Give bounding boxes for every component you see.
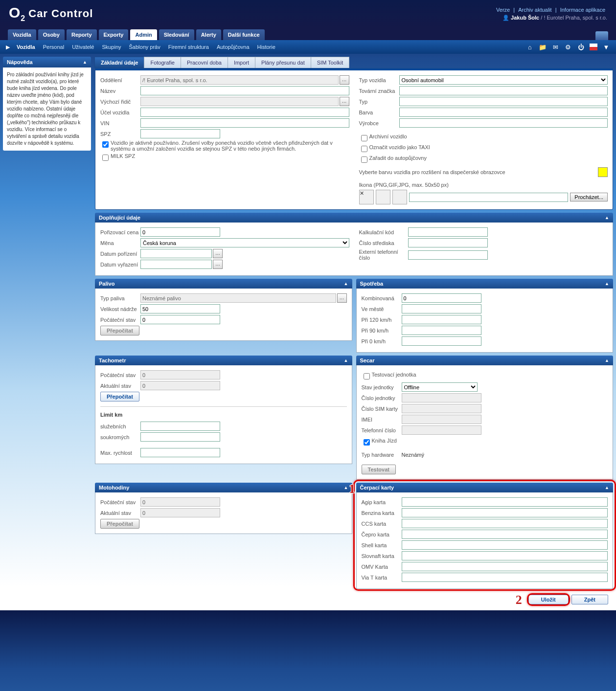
karta-input[interactable]	[402, 519, 608, 528]
form-tab[interactable]: Základní údaje	[94, 57, 144, 68]
sub-nav-item[interactable]: Historie	[257, 44, 275, 50]
sub-nav-item[interactable]: Firemní struktura	[168, 44, 209, 50]
main-tab[interactable]: Alerty	[196, 29, 221, 40]
browse-button[interactable]: Procházet...	[570, 193, 608, 201]
vin-input[interactable]	[140, 118, 349, 128]
section-header[interactable]: Tachometr▲	[95, 356, 352, 365]
main-tab[interactable]: Vozidla	[8, 29, 36, 40]
mesto-input[interactable]	[402, 304, 481, 313]
power-icon[interactable]: ⏻	[577, 44, 585, 50]
testovat-button[interactable]: Testovat	[362, 465, 396, 474]
kniha-jizd-checkbox[interactable]	[364, 439, 370, 446]
section-header[interactable]: Motohodiny▲	[95, 483, 352, 492]
pujcovna-checkbox[interactable]	[361, 156, 367, 163]
help-header[interactable]: Nápověda▲	[3, 57, 91, 67]
tacho-poc-input[interactable]	[140, 370, 220, 379]
sub-nav-item[interactable]: Šablony práv	[129, 44, 160, 50]
date-picker-button[interactable]: …	[213, 260, 223, 269]
home-icon[interactable]: ⌂	[526, 44, 534, 50]
moto-akt-input[interactable]	[140, 508, 220, 517]
souk-input[interactable]	[140, 432, 220, 442]
nazev-input[interactable]	[140, 86, 349, 95]
main-tab[interactable]: Osoby	[38, 29, 65, 40]
komb-input[interactable]	[402, 293, 481, 303]
maxr-input[interactable]	[140, 448, 220, 457]
main-tab[interactable]: Admin	[130, 29, 157, 40]
taxi-checkbox[interactable]	[361, 146, 367, 152]
picker-button[interactable]: …	[340, 75, 349, 85]
main-tab[interactable]: Exporty	[99, 29, 129, 40]
collapse-icon[interactable]: ▲	[344, 485, 348, 490]
picker-button[interactable]: …	[337, 293, 347, 303]
ucel-input[interactable]	[140, 108, 349, 117]
cjed-input[interactable]	[402, 393, 481, 402]
form-tab[interactable]: Fotografie	[144, 57, 181, 68]
save-button[interactable]: Uložit	[528, 595, 569, 604]
karta-input[interactable]	[402, 508, 608, 517]
date-picker-button[interactable]: …	[213, 249, 223, 258]
collapse-icon[interactable]: ▲	[605, 215, 609, 220]
mail-icon[interactable]: ✉	[551, 44, 559, 50]
link-info[interactable]: Informace aplikace	[560, 7, 605, 13]
file-path-input[interactable]	[409, 193, 569, 202]
nadrz-input[interactable]	[140, 304, 220, 313]
test-jednotka-checkbox[interactable]	[364, 373, 370, 379]
section-header[interactable]: Palivo▲	[95, 279, 352, 289]
gear-icon[interactable]: ⚙	[564, 44, 572, 50]
collapse-icon[interactable]: ▲	[605, 358, 609, 363]
vyrobce-input[interactable]	[399, 118, 608, 128]
barva-input[interactable]	[399, 108, 608, 117]
typ-paliva-input[interactable]	[140, 293, 336, 303]
section-header[interactable]: Secar▲	[356, 356, 614, 365]
collapse-icon[interactable]: ▲	[605, 281, 609, 286]
icon-slot[interactable]	[392, 190, 407, 204]
sub-nav-item[interactable]: Personal	[43, 44, 64, 50]
icon-slot[interactable]: ✕	[359, 190, 374, 204]
prepocitat-button[interactable]: Přepočítat	[100, 392, 139, 401]
link-archiv[interactable]: Archiv aktualit	[518, 7, 551, 13]
collapse-icon[interactable]: ▲	[344, 358, 348, 363]
tel-input[interactable]	[402, 425, 481, 435]
typ-vozidla-select[interactable]: Osobní automobil	[399, 75, 608, 85]
kalk-input[interactable]	[408, 227, 488, 237]
form-tab[interactable]: Plány přesunu dat	[255, 57, 311, 68]
p0-input[interactable]	[402, 336, 481, 346]
sluz-input[interactable]	[140, 422, 220, 431]
dpor-input[interactable]	[140, 249, 212, 258]
karta-input[interactable]	[402, 540, 608, 550]
main-tab[interactable]: Sledování	[159, 29, 194, 40]
sub-nav-item[interactable]: Vozidla	[17, 44, 35, 50]
section-header[interactable]: Čerpací karty▲	[356, 483, 614, 492]
karta-input[interactable]	[402, 562, 608, 571]
cstred-input[interactable]	[408, 238, 488, 247]
pocstav-input[interactable]	[140, 315, 220, 324]
mena-select[interactable]: Česká koruna	[140, 238, 349, 247]
icon-slot[interactable]	[376, 190, 390, 204]
collapse-icon[interactable]: ▲	[605, 485, 609, 490]
active-checkbox[interactable]	[102, 141, 109, 148]
section-header[interactable]: Doplňující údaje▲	[95, 213, 613, 223]
flag-icon[interactable]	[590, 44, 597, 50]
karta-input[interactable]	[402, 497, 608, 507]
color-swatch[interactable]	[598, 167, 608, 177]
sub-nav-item[interactable]: Uživatelé	[72, 44, 94, 50]
form-tab[interactable]: SIM Toolkit	[311, 57, 350, 68]
form-tab[interactable]: Import	[228, 57, 255, 68]
ridic-input[interactable]	[140, 97, 339, 106]
p90-input[interactable]	[402, 326, 481, 335]
form-tab[interactable]: Pracovní doba	[181, 57, 228, 68]
prepocitat-button[interactable]: Přepočítat	[100, 326, 139, 335]
section-header[interactable]: Spotřeba▲	[356, 279, 614, 289]
picker-button[interactable]: …	[340, 97, 349, 106]
sub-nav-item[interactable]: Autopůjčovna	[217, 44, 250, 50]
oddeleni-input[interactable]	[140, 75, 339, 85]
karta-input[interactable]	[402, 530, 608, 539]
back-button[interactable]: Zpět	[571, 595, 608, 604]
prepocitat-button[interactable]: Přepočítat	[100, 519, 139, 529]
pcena-input[interactable]	[140, 227, 220, 237]
exttel-input[interactable]	[408, 250, 488, 260]
folder-icon[interactable]: 📁	[539, 44, 547, 50]
karta-input[interactable]	[402, 573, 608, 582]
spz-input[interactable]	[140, 129, 220, 138]
moto-poc-input[interactable]	[140, 497, 220, 507]
